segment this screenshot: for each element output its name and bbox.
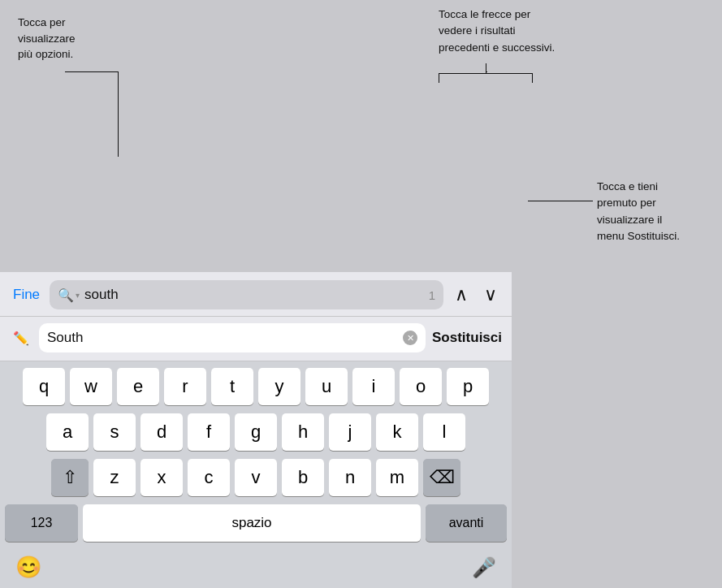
key-shift[interactable]: ⇧ bbox=[51, 459, 89, 496]
key-row-2: a s d f g h j k l bbox=[2, 413, 509, 451]
key-h[interactable]: h bbox=[282, 413, 324, 451]
right-bracket-left bbox=[439, 73, 486, 74]
key-c[interactable]: c bbox=[188, 459, 230, 496]
find-toolbar: Fine 🔍 ▾ 1 ∧ ∨ bbox=[0, 272, 512, 317]
left-callout-line bbox=[118, 71, 119, 157]
key-space[interactable]: spazio bbox=[83, 504, 421, 542]
right-bracket-v-right bbox=[532, 73, 533, 83]
right-bracket-v-left bbox=[439, 73, 439, 83]
key-r[interactable]: r bbox=[164, 368, 206, 405]
key-t[interactable]: t bbox=[211, 368, 253, 405]
key-x[interactable]: x bbox=[141, 459, 183, 496]
bracket-center-mark bbox=[486, 71, 487, 72]
key-p[interactable]: p bbox=[447, 368, 489, 405]
left-callout-h-line bbox=[65, 71, 119, 72]
search-icon-wrap: 🔍 ▾ bbox=[58, 288, 80, 303]
search-chevron-icon: ▾ bbox=[76, 291, 80, 300]
bottom-icons-row: 😊 🎤 bbox=[2, 550, 509, 588]
edit-icon: ✏️ bbox=[10, 331, 32, 346]
key-b[interactable]: b bbox=[282, 459, 324, 496]
key-y[interactable]: y bbox=[258, 368, 300, 405]
bracket-center-line bbox=[486, 63, 486, 74]
key-d[interactable]: d bbox=[141, 413, 183, 451]
phone-ui: Fine 🔍 ▾ 1 ∧ ∨ ✏️ ✕ Sostituisci q w e r … bbox=[0, 272, 512, 588]
key-f[interactable]: f bbox=[188, 413, 230, 451]
key-g[interactable]: g bbox=[235, 413, 277, 451]
clear-replace-button[interactable]: ✕ bbox=[403, 331, 417, 345]
key-123[interactable]: 123 bbox=[5, 504, 78, 542]
left-callout-text: Tocca per visualizzare più opzioni. bbox=[18, 15, 76, 63]
replace-toolbar: ✏️ ✕ Sostituisci bbox=[0, 317, 512, 361]
search-box: 🔍 ▾ 1 bbox=[50, 280, 443, 309]
key-row-1: q w e r t y u i o p bbox=[2, 368, 509, 405]
replace-button[interactable]: Sostituisci bbox=[432, 330, 502, 346]
key-n[interactable]: n bbox=[329, 459, 371, 496]
key-backspace[interactable]: ⌫ bbox=[423, 459, 460, 496]
key-o[interactable]: o bbox=[400, 368, 442, 405]
done-button[interactable]: Fine bbox=[10, 287, 43, 303]
microphone-button[interactable]: 🎤 bbox=[472, 556, 496, 579]
replace-callout-text: Tocca e tieni premuto per visualizzare i… bbox=[597, 179, 680, 244]
key-i[interactable]: i bbox=[352, 368, 395, 405]
replace-callout-line bbox=[528, 201, 593, 201]
right-callout-text: Tocca le frecce per vedere i risultati p… bbox=[439, 6, 555, 56]
key-z[interactable]: z bbox=[93, 459, 136, 496]
search-icon: 🔍 bbox=[58, 288, 74, 303]
key-row-3: ⇧ z x c v b n m ⌫ bbox=[2, 459, 509, 496]
right-bracket-right bbox=[486, 73, 533, 74]
key-k[interactable]: k bbox=[376, 413, 418, 451]
key-row-bottom: 123 spazio avanti bbox=[2, 504, 509, 542]
key-s[interactable]: s bbox=[93, 413, 136, 451]
keyboard: q w e r t y u i o p a s d f g h j k l ⇧ … bbox=[0, 361, 512, 588]
key-u[interactable]: u bbox=[305, 368, 348, 405]
replace-box: ✕ bbox=[39, 323, 426, 352]
key-l[interactable]: l bbox=[423, 413, 465, 451]
key-w[interactable]: w bbox=[70, 368, 112, 405]
key-j[interactable]: j bbox=[329, 413, 371, 451]
key-v[interactable]: v bbox=[235, 459, 277, 496]
key-e[interactable]: e bbox=[117, 368, 159, 405]
key-a[interactable]: a bbox=[46, 413, 89, 451]
prev-result-button[interactable]: ∧ bbox=[450, 283, 473, 307]
emoji-button[interactable]: 😊 bbox=[15, 555, 41, 580]
replace-input[interactable] bbox=[47, 330, 398, 346]
result-count: 1 bbox=[429, 288, 435, 302]
next-result-button[interactable]: ∨ bbox=[479, 283, 502, 307]
key-return[interactable]: avanti bbox=[426, 504, 507, 542]
key-q[interactable]: q bbox=[23, 368, 65, 405]
key-m[interactable]: m bbox=[376, 459, 418, 496]
search-input[interactable] bbox=[84, 287, 424, 303]
